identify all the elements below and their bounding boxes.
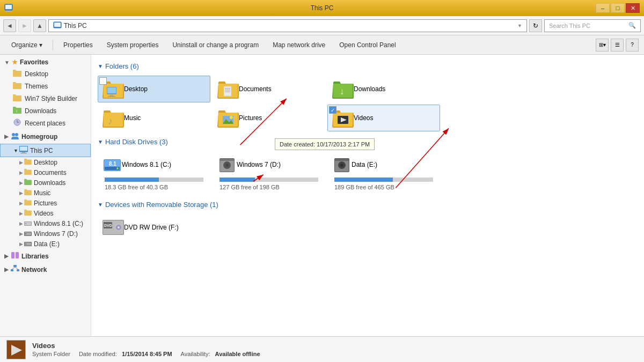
folder-item-music[interactable]: ♪ Music [98,105,210,131]
map-network-button[interactable]: Map network drive [267,39,331,51]
svg-rect-5 [54,23,61,27]
folder-item-pictures[interactable]: Pictures [213,105,325,131]
svg-point-55 [225,164,229,167]
svg-rect-61 [335,159,349,161]
open-control-panel-button[interactable]: Open Control Panel [333,39,401,51]
view-options-button[interactable]: ⊞▾ [596,39,609,51]
sidebar-sub-c-drive[interactable]: ▶ Windows 8.1 (C:) [0,218,91,228]
sidebar-themes-label: Themes [25,83,48,90]
sidebar-network-header[interactable]: ▶ Network [0,263,91,276]
sidebar-homegroup-header[interactable]: ▶ Homegroup [0,130,91,143]
address-box[interactable]: This PC ▼ [48,19,527,32]
expand-arrow-dl: ▶ [19,180,23,186]
svg-line-31 [12,267,16,269]
help-button[interactable]: ? [626,39,639,51]
up-button[interactable]: ▲ [33,19,46,32]
search-box[interactable]: Search This PC 🔍 [544,19,641,32]
sidebar-sub-downloads2[interactable]: ▶ Downloads [0,178,91,188]
sidebar-item-downloads[interactable]: ↓ Downloads [0,105,91,117]
sidebar-item-thispc[interactable]: ▼ This PC [0,144,91,157]
network-label: Network [21,266,47,274]
expand-arrow: ▶ [19,160,23,165]
favorites-expand-icon: ▼ [4,60,10,65]
sidebar-sub-desktop[interactable]: ▶ Desktop [0,157,91,167]
drive-item-c[interactable]: 8.1 Windows 8.1 (C:) 18.3 GB free of 40.… [98,151,210,194]
svg-rect-27 [16,252,19,258]
drive-c-free: 18.3 GB free of 40.3 GB [103,184,206,190]
sidebar-favorites-section: ▼ ★ Favorites Desktop Themes Wi [0,57,91,129]
expand-arrow-docs: ▶ [19,170,23,175]
window-controls: – □ ✕ [596,3,640,13]
uninstall-button[interactable]: Uninstall or change a program [166,39,265,51]
sidebar-recent-label: Recent places [25,120,65,127]
drive-item-d[interactable]: Windows 7 (D:) 127 GB free of 198 GB [213,151,325,194]
address-bar: ◄ ► ▲ This PC ▼ ↻ Search This PC 🔍 [0,16,644,35]
close-button[interactable]: ✕ [626,3,640,13]
folder-item-desktop[interactable]: Desktop [98,76,210,102]
dropdown-arrow[interactable]: ▼ [517,23,522,28]
folders-section-header[interactable]: ▼ Folders (6) [98,62,638,70]
svg-point-22 [25,233,26,234]
sidebar-sub-music-label: Music [34,189,50,197]
minimize-button[interactable]: – [596,3,610,13]
svg-rect-15 [20,153,27,153]
libraries-expand-icon: ▶ [4,253,9,259]
refresh-button[interactable]: ↻ [529,19,542,32]
removable-section-header[interactable]: ▼ Devices with Removable Storage (1) [98,201,638,209]
thispc-label: This PC [30,147,53,154]
sidebar-libraries-header[interactable]: ▶ Libraries [0,250,91,262]
svg-point-51 [116,167,119,169]
downloads-folder-name: Downloads [354,85,385,93]
sidebar-sub-e-drive[interactable]: ▶ Data (E:) [0,239,91,249]
svg-text:8.1: 8.1 [109,161,116,167]
toolbar-right: ⊞▾ ☰ ? [596,39,639,51]
sidebar-item-recent[interactable]: Recent places [0,117,91,129]
back-button[interactable]: ◄ [3,19,16,32]
svg-rect-14 [22,152,25,153]
search-icon: 🔍 [628,22,636,29]
sidebar-win7builder-label: Win7 Style Builder [25,95,77,102]
sidebar-sub-videos-label: Videos [34,210,53,217]
desktop-checkbox[interactable] [99,77,107,85]
sidebar-item-themes[interactable]: Themes [0,80,91,92]
svg-rect-2 [5,11,12,11]
videos-folder-name: Videos [354,114,373,122]
organize-button[interactable]: Organize ▾ [5,39,48,51]
drive-e-top: Data (E:) [332,155,435,174]
layout-button[interactable]: ☰ [611,39,624,51]
music-folder-icon: ♪ [103,108,124,128]
sidebar-favorites-header[interactable]: ▼ ★ Favorites [0,57,91,68]
sidebar-item-win7builder[interactable]: Win7 Style Builder [0,92,91,105]
videos-checkbox[interactable] [329,106,336,114]
sidebar-sub-documents[interactable]: ▶ Documents [0,167,91,178]
drive-item-e[interactable]: Data (E:) 189 GB free of 465 GB [327,151,440,194]
sidebar-sub-music[interactable]: ▶ ♪ Music [0,188,91,198]
svg-text:↓: ↓ [16,108,18,113]
folder-item-documents[interactable]: Documents [213,76,325,102]
folder-item-downloads[interactable]: ↓ Downloads [327,76,440,102]
drive-c-top: 8.1 Windows 8.1 (C:) [103,155,206,174]
sidebar-sub-pictures[interactable]: ▶ Pictures [0,198,91,208]
search-placeholder: Search This PC [549,23,628,29]
sidebar-sub-d-drive[interactable]: ▶ Windows 7 (D:) [0,228,91,239]
harddrives-section-header[interactable]: ▼ Hard Disk Drives (3) [98,138,638,146]
sidebar-sub-videos[interactable]: ▶ Videos [0,208,91,218]
pictures-folder-icon [217,108,239,128]
main-layout: ▼ ★ Favorites Desktop Themes Wi [0,55,644,336]
music-folder-name: Music [124,114,141,122]
status-bar: Videos System Folder Date modified: 1/15… [0,336,644,362]
folder-item-videos[interactable]: Videos [327,105,440,131]
status-date-value: 1/15/2014 8:45 PM [122,351,172,357]
forward-button[interactable]: ► [18,19,31,32]
folders-grid: Desktop Documents [98,76,638,131]
dvd-drive-item[interactable]: DVD DVD RW Drive (F:) [98,214,210,241]
system-properties-button[interactable]: System properties [101,39,165,51]
drive-e-bar-bg [334,178,433,182]
maximize-button[interactable]: □ [611,3,625,13]
folder-icon-sm [24,158,32,166]
expand-arrow-c: ▶ [19,221,23,226]
svg-point-19 [25,223,26,224]
drive-c-icon: 8.1 [103,155,122,174]
properties-button[interactable]: Properties [57,39,99,51]
sidebar-item-desktop[interactable]: Desktop [0,68,91,80]
